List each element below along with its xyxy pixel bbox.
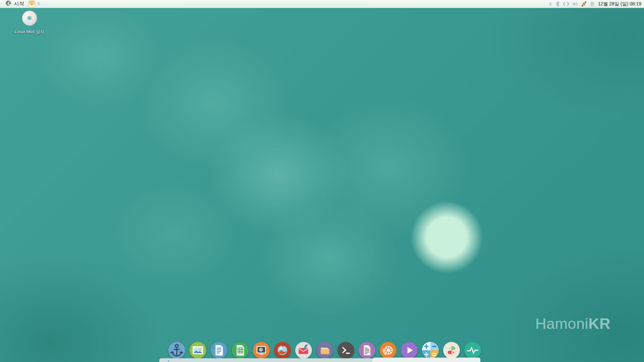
dock-anchor-indicator-icon — [167, 359, 170, 362]
writer-icon — [211, 342, 227, 359]
plank-anchor-icon — [168, 342, 185, 359]
clementine-icon — [380, 342, 396, 359]
hidden-window-edge-left[interactable] — [159, 358, 373, 362]
hamonikr-logo-icon — [5, 0, 12, 8]
dock-item-firefox[interactable] — [274, 342, 291, 359]
bluetooth-icon[interactable] — [555, 1, 560, 7]
notification-lines-icon[interactable] — [549, 2, 552, 6]
text-editor-icon — [359, 342, 375, 359]
spreadsheet-icon — [232, 342, 249, 359]
thunderbird-icon — [295, 342, 312, 359]
desktop-icon-install-linux-mint[interactable]: Linux Mint 설치 — [13, 10, 46, 35]
image-viewer-icon — [190, 342, 206, 359]
dock-item-system-monitor[interactable] — [464, 342, 481, 359]
dock-item-file-manager[interactable] — [316, 342, 333, 359]
watermark-bold: KR — [588, 315, 610, 332]
korean-input-method-icon[interactable] — [563, 1, 569, 7]
monitor-icon — [29, 1, 34, 7]
dock-item-media-player[interactable] — [401, 342, 418, 359]
dock — [168, 342, 481, 359]
cd-disc-icon — [21, 10, 38, 27]
dock-item-plank-anchor[interactable] — [168, 342, 185, 359]
terminal-icon — [337, 342, 354, 359]
dock-item-thunderbird[interactable] — [295, 342, 312, 359]
desktop-icon-label: Linux Mint 설치 — [15, 29, 45, 35]
switchboard-icon — [443, 342, 460, 359]
hamonikr-watermark: HamoniKR — [535, 315, 610, 333]
calculator-icon — [422, 342, 439, 359]
panel-left: 시작 — [3, 0, 40, 8]
dock-item-writer[interactable] — [211, 342, 227, 359]
clipboard-icon[interactable] — [590, 1, 595, 7]
desktop-wallpaper — [0, 0, 644, 362]
panel-clock[interactable]: 12월 28일 (일) 08:19 — [598, 1, 642, 7]
file-manager-icon — [316, 342, 333, 359]
dock-item-image-viewer[interactable] — [190, 342, 206, 359]
dock-item-terminal[interactable] — [337, 342, 354, 359]
dock-item-calculator[interactable] — [422, 342, 439, 359]
dock-item-presentation[interactable] — [253, 342, 270, 359]
media-player-icon — [401, 342, 418, 359]
monitor-launcher-button[interactable] — [28, 1, 35, 7]
volume-icon[interactable] — [572, 1, 578, 7]
start-menu-label: 시작 — [14, 1, 24, 7]
system-tray — [549, 1, 595, 7]
system-monitor-icon — [464, 342, 481, 359]
hidden-window-edge-right[interactable] — [372, 358, 480, 362]
panel-right: 12월 28일 (일) 08:19 — [549, 0, 642, 8]
presentation-icon — [253, 342, 270, 359]
dock-item-switchboard[interactable] — [443, 342, 460, 359]
network-offline-icon[interactable] — [581, 1, 587, 7]
dock-item-clementine[interactable] — [380, 342, 396, 359]
dock-item-spreadsheet[interactable] — [232, 342, 249, 359]
panel-grip-handle[interactable] — [38, 3, 40, 5]
start-menu-button[interactable]: 시작 — [3, 0, 25, 8]
dock-item-text-editor[interactable] — [359, 342, 375, 359]
watermark-regular: Hamoni — [535, 315, 588, 332]
firefox-icon — [274, 342, 291, 359]
top-panel: 시작 — [0, 0, 644, 8]
